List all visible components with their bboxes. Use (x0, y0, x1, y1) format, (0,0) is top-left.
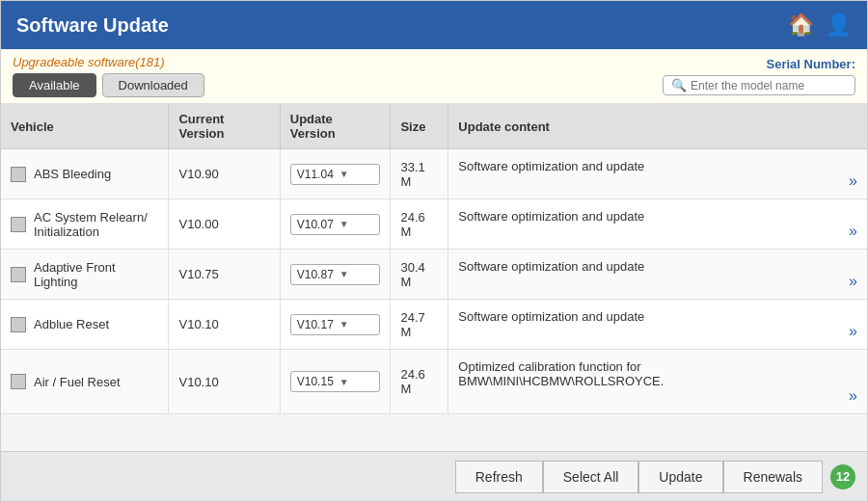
current-version-cell: V10.10 (169, 350, 280, 414)
vehicle-name: AC System Relearn/ Initialization (34, 210, 148, 239)
serial-label: Serial Number: (767, 57, 855, 71)
tab-available[interactable]: Available (13, 73, 96, 97)
col-vehicle: Vehicle (1, 104, 169, 149)
renewals-button[interactable]: Renewals (723, 461, 823, 493)
update-content-cell: Software optimization and update » (448, 199, 867, 250)
version-value: V10.87 (297, 268, 334, 281)
update-content-text: Software optimization and update (458, 309, 857, 324)
size-cell: 24.7 M (391, 300, 448, 350)
vehicle-cell: Adblue Reset (1, 300, 169, 350)
more-icon[interactable]: » (849, 224, 857, 239)
footer: Refresh Select All Update Renewals 12 (1, 451, 867, 501)
version-dropdown[interactable]: V11.04 ▼ (290, 164, 381, 185)
update-content-text: Software optimization and update (458, 209, 857, 224)
tab-group: Available Downloaded (13, 73, 204, 97)
update-version-cell: V10.15 ▼ (280, 350, 391, 414)
current-version-cell: V10.90 (169, 149, 280, 199)
update-version-cell: V10.17 ▼ (280, 300, 391, 350)
toolbar: Upgradeable software(181) Available Down… (1, 49, 867, 104)
table-row: ABS Bleeding V10.90 V11.04 ▼ 33.1 M Soft… (1, 149, 867, 199)
table-header: Vehicle Current Version Update Version S… (1, 104, 867, 149)
row-checkbox[interactable] (11, 317, 26, 332)
vehicle-cell: ABS Bleeding (1, 149, 169, 199)
version-dropdown[interactable]: V10.17 ▼ (290, 314, 381, 335)
app-header: Software Update 🏠 👤 (1, 1, 867, 49)
upgradeable-text: Upgradeable software(181) (13, 55, 204, 69)
more-icon[interactable]: » (849, 173, 857, 189)
refresh-button[interactable]: Refresh (455, 461, 543, 493)
search-input[interactable] (691, 79, 845, 92)
home-icon[interactable]: 🏠 (788, 13, 814, 38)
toolbar-right: Serial Number: 🔍 (663, 57, 855, 95)
version-value: V10.07 (297, 218, 334, 231)
update-content-text: Optimized calibration function for BMW\M… (458, 359, 857, 388)
chevron-down-icon: ▼ (339, 319, 374, 330)
vehicle-name: Adblue Reset (34, 317, 109, 331)
update-content-cell: Software optimization and update » (448, 300, 867, 350)
app-title: Software Update (16, 14, 169, 37)
update-version-cell: V10.87 ▼ (280, 250, 391, 300)
table-body: ABS Bleeding V10.90 V11.04 ▼ 33.1 M Soft… (1, 149, 867, 414)
row-checkbox[interactable] (11, 374, 26, 389)
chevron-down-icon: ▼ (339, 269, 374, 279)
toolbar-left: Upgradeable software(181) Available Down… (13, 55, 204, 97)
vehicle-name: ABS Bleeding (34, 167, 111, 181)
update-content-text: Software optimization and update (458, 259, 857, 274)
update-content-cell: Software optimization and update » (448, 149, 867, 199)
version-dropdown[interactable]: V10.07 ▼ (290, 214, 381, 235)
col-update-version: Update Version (280, 104, 391, 149)
version-dropdown[interactable]: V10.87 ▼ (290, 264, 381, 285)
search-box: 🔍 (663, 75, 855, 95)
select-all-button[interactable]: Select All (543, 461, 639, 493)
current-version-cell: V10.00 (169, 199, 280, 250)
software-table: Vehicle Current Version Update Version S… (1, 104, 867, 414)
size-cell: 24.6 M (391, 350, 448, 414)
version-value: V10.15 (297, 375, 334, 388)
update-button[interactable]: Update (638, 461, 722, 493)
table-row: Adblue Reset V10.10 V10.17 ▼ 24.7 M Soft… (1, 300, 867, 350)
chevron-down-icon: ▼ (339, 377, 374, 387)
update-content-text: Software optimization and update (458, 159, 857, 173)
col-current-version: Current Version (169, 104, 280, 149)
size-cell: 30.4 M (391, 250, 448, 300)
vehicle-cell: AC System Relearn/ Initialization (1, 199, 169, 250)
chevron-down-icon: ▼ (339, 169, 374, 179)
version-dropdown[interactable]: V10.15 ▼ (290, 371, 381, 392)
version-value: V11.04 (297, 168, 334, 181)
more-icon[interactable]: » (849, 388, 857, 404)
update-content-cell: Software optimization and update » (448, 250, 867, 300)
vehicle-cell: Air / Fuel Reset (1, 350, 169, 414)
col-update-content: Update content (448, 104, 867, 149)
tab-downloaded[interactable]: Downloaded (102, 73, 204, 97)
vehicle-name: Air / Fuel Reset (34, 375, 121, 389)
more-icon[interactable]: » (849, 324, 857, 339)
update-version-cell: V11.04 ▼ (280, 149, 391, 199)
row-checkbox[interactable] (11, 167, 26, 182)
table-row: Adaptive Front Lighting V10.75 V10.87 ▼ … (1, 250, 867, 300)
table-row: AC System Relearn/ Initialization V10.00… (1, 199, 867, 250)
chevron-down-icon: ▼ (339, 219, 374, 229)
row-checkbox[interactable] (11, 267, 26, 282)
table-row: Air / Fuel Reset V10.10 V10.15 ▼ 24.6 M … (1, 350, 867, 414)
vehicle-name: Adaptive Front Lighting (34, 260, 158, 289)
update-version-cell: V10.07 ▼ (280, 199, 391, 250)
size-cell: 24.6 M (391, 199, 448, 250)
user-icon[interactable]: 👤 (826, 13, 852, 38)
current-version-cell: V10.75 (169, 250, 280, 300)
more-icon[interactable]: » (849, 274, 857, 289)
update-content-cell: Optimized calibration function for BMW\M… (448, 350, 867, 414)
version-value: V10.17 (297, 318, 334, 331)
vehicle-cell: Adaptive Front Lighting (1, 250, 169, 300)
col-size: Size (391, 104, 448, 149)
badge-12: 12 (830, 464, 855, 489)
current-version-cell: V10.10 (169, 300, 280, 350)
search-icon: 🔍 (671, 78, 687, 92)
size-cell: 33.1 M (391, 149, 448, 199)
software-table-container: Vehicle Current Version Update Version S… (1, 104, 867, 451)
header-icons: 🏠 👤 (788, 13, 852, 38)
row-checkbox[interactable] (11, 217, 26, 232)
